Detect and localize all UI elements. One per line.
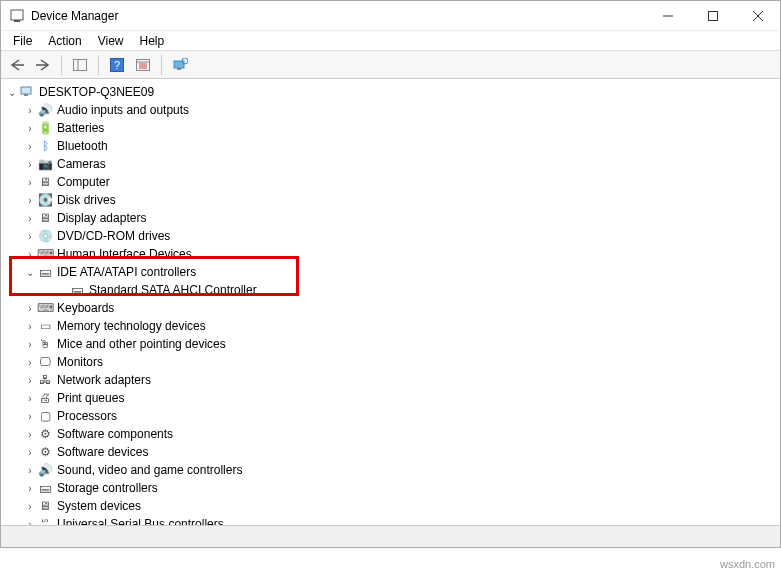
tree-item-computer[interactable]: ›🖥Computer (5, 173, 780, 191)
expand-arrow-icon[interactable]: › (23, 445, 37, 459)
forward-button[interactable] (31, 54, 55, 76)
tree-item-storage-controllers[interactable]: ›🖴Storage controllers (5, 479, 780, 497)
expand-arrow-icon[interactable]: › (23, 355, 37, 369)
tree-item-label: Storage controllers (57, 481, 158, 495)
tree-item-batteries[interactable]: ›🔋Batteries (5, 119, 780, 137)
expand-arrow-icon[interactable]: › (23, 103, 37, 117)
tree-item-sound-video-and-game-controllers[interactable]: ›🔊Sound, video and game controllers (5, 461, 780, 479)
expand-arrow-icon[interactable]: › (23, 481, 37, 495)
tree-item-label: DESKTOP-Q3NEE09 (39, 85, 154, 99)
device-category-icon: 🔊 (37, 462, 53, 478)
expand-arrow-icon[interactable]: › (23, 211, 37, 225)
properties-button[interactable] (131, 54, 155, 76)
tree-item-label: Processors (57, 409, 117, 423)
tree-item-ide-ata-atapi-controllers[interactable]: ⌄🖴IDE ATA/ATAPI controllers (5, 263, 780, 281)
expand-arrow-icon[interactable]: › (23, 373, 37, 387)
tree-item-cameras[interactable]: ›📷Cameras (5, 155, 780, 173)
device-category-icon: ⌨ (37, 246, 53, 262)
svg-rect-20 (21, 87, 31, 94)
close-button[interactable] (735, 1, 780, 31)
minimize-button[interactable] (645, 1, 690, 31)
expand-arrow-icon[interactable]: › (23, 517, 37, 525)
expand-arrow-icon[interactable]: › (23, 319, 37, 333)
watermark: wsxdn.com (720, 558, 775, 570)
expand-arrow-icon[interactable]: › (23, 193, 37, 207)
scan-hardware-button[interactable] (168, 54, 192, 76)
tree-item-processors[interactable]: ›▢Processors (5, 407, 780, 425)
device-category-icon: 🔊 (37, 102, 53, 118)
tree-item-print-queues[interactable]: ›🖨Print queues (5, 389, 780, 407)
collapse-arrow-icon[interactable]: ⌄ (5, 85, 19, 99)
device-category-icon: 💿 (37, 228, 53, 244)
expand-arrow-icon[interactable]: › (23, 463, 37, 477)
tree-item-label: Memory technology devices (57, 319, 206, 333)
svg-rect-21 (24, 94, 28, 96)
device-category-icon: 🖴 (37, 480, 53, 496)
expand-arrow-icon[interactable]: › (23, 175, 37, 189)
menubar: File Action View Help (1, 31, 780, 51)
expand-arrow-icon[interactable]: › (23, 139, 37, 153)
collapse-arrow-icon[interactable]: ⌄ (23, 265, 37, 279)
tree-item-label: Standard SATA AHCI Controller (89, 283, 257, 297)
expand-arrow-icon[interactable]: › (23, 409, 37, 423)
toolbar-separator (161, 55, 162, 75)
tree-item-audio-inputs-and-outputs[interactable]: ›🔊Audio inputs and outputs (5, 101, 780, 119)
device-category-icon: 🖴 (69, 282, 85, 298)
menu-file[interactable]: File (5, 32, 40, 50)
tree-item-label: Sound, video and game controllers (57, 463, 242, 477)
menu-help[interactable]: Help (132, 32, 173, 50)
tree-item-label: Human Interface Devices (57, 247, 192, 261)
tree-item-label: Network adapters (57, 373, 151, 387)
device-category-icon: ⚙ (37, 444, 53, 460)
tree-item-label: Keyboards (57, 301, 114, 315)
tree-item-bluetooth[interactable]: ›ᛒBluetooth (5, 137, 780, 155)
device-category-icon: 🖥 (37, 210, 53, 226)
maximize-button[interactable] (690, 1, 735, 31)
toolbar: ? (1, 51, 780, 79)
tree-item-dvd-cd-rom-drives[interactable]: ›💿DVD/CD-ROM drives (5, 227, 780, 245)
expand-arrow-icon[interactable]: › (23, 337, 37, 351)
menu-view[interactable]: View (90, 32, 132, 50)
expand-arrow-icon[interactable]: › (23, 391, 37, 405)
menu-action[interactable]: Action (40, 32, 89, 50)
tree-item-disk-drives[interactable]: ›💽Disk drives (5, 191, 780, 209)
expand-arrow-icon[interactable]: › (23, 121, 37, 135)
tree-item-label: Display adapters (57, 211, 146, 225)
device-category-icon: ▭ (37, 318, 53, 334)
tree-item-system-devices[interactable]: ›🖥System devices (5, 497, 780, 515)
expand-arrow-icon[interactable]: › (23, 229, 37, 243)
tree-item-software-components[interactable]: ›⚙Software components (5, 425, 780, 443)
show-hide-console-tree-button[interactable] (68, 54, 92, 76)
device-category-icon: ▢ (37, 408, 53, 424)
tree-item-mice-and-other-pointing-devices[interactable]: ›🖱Mice and other pointing devices (5, 335, 780, 353)
device-category-icon: 💽 (37, 192, 53, 208)
expand-arrow-icon[interactable]: › (23, 247, 37, 261)
tree-item-label: DVD/CD-ROM drives (57, 229, 170, 243)
svg-rect-18 (177, 68, 181, 70)
back-button[interactable] (5, 54, 29, 76)
tree-item-software-devices[interactable]: ›⚙Software devices (5, 443, 780, 461)
tree-item-root[interactable]: ⌄DESKTOP-Q3NEE09 (5, 83, 780, 101)
tree-pane[interactable]: ⌄DESKTOP-Q3NEE09›🔊Audio inputs and outpu… (1, 79, 780, 525)
tree-item-label: Monitors (57, 355, 103, 369)
help-button[interactable]: ? (105, 54, 129, 76)
expand-arrow-icon[interactable]: › (23, 157, 37, 171)
tree-item-universal-serial-bus-controllers[interactable]: ›ᔥUniversal Serial Bus controllers (5, 515, 780, 525)
toolbar-separator (98, 55, 99, 75)
tree-item-keyboards[interactable]: ›⌨Keyboards (5, 299, 780, 317)
tree-item-monitors[interactable]: ›🖵Monitors (5, 353, 780, 371)
tree-item-human-interface-devices[interactable]: ›⌨Human Interface Devices (5, 245, 780, 263)
tree-item-memory-technology-devices[interactable]: ›▭Memory technology devices (5, 317, 780, 335)
expand-arrow-icon[interactable]: › (23, 301, 37, 315)
expand-arrow-icon[interactable]: › (23, 427, 37, 441)
tree-item-label: Universal Serial Bus controllers (57, 517, 224, 525)
device-category-icon: 🖥 (37, 174, 53, 190)
tree-item-label: Audio inputs and outputs (57, 103, 189, 117)
tree-item-display-adapters[interactable]: ›🖥Display adapters (5, 209, 780, 227)
tree-item-standard-sata-ahci-controller[interactable]: 🖴Standard SATA AHCI Controller (5, 281, 780, 299)
tree-item-network-adapters[interactable]: ›🖧Network adapters (5, 371, 780, 389)
window-controls (645, 1, 780, 31)
svg-rect-8 (74, 59, 87, 70)
device-category-icon: 🖱 (37, 336, 53, 352)
expand-arrow-icon[interactable]: › (23, 499, 37, 513)
